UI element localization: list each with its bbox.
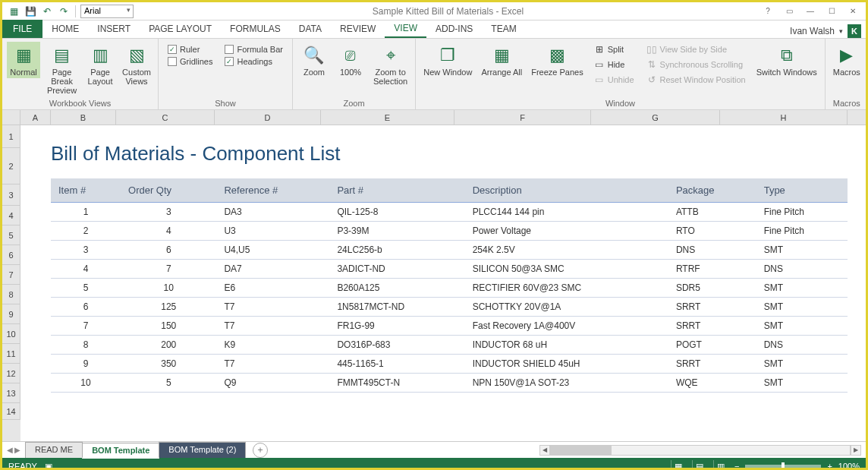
sheet-prev-icon[interactable]: ◀ xyxy=(7,446,13,454)
scroll-track[interactable] xyxy=(550,445,851,456)
table-cell[interactable]: 1 xyxy=(51,203,121,222)
arrange-all-button[interactable]: ▦Arrange All xyxy=(478,42,525,78)
table-row[interactable]: 13DA3QIL-125-8PLCC144 144 pinATTBFine Pi… xyxy=(51,203,848,222)
page-layout-button[interactable]: ▥Page Layout xyxy=(83,42,117,87)
font-name-combo[interactable]: Arial xyxy=(80,5,134,18)
row-header[interactable]: 11 xyxy=(2,344,20,364)
table-cell[interactable]: 254K 2.5V xyxy=(465,241,668,260)
normal-view-button[interactable]: ▦Normal xyxy=(7,42,40,78)
table-cell[interactable]: E6 xyxy=(216,279,329,298)
zoom-100-button[interactable]: ⎚100% xyxy=(334,42,367,78)
table-cell[interactable]: NPN 150V@1A SOT-23 xyxy=(465,374,668,393)
column-header[interactable]: E xyxy=(321,110,454,125)
table-cell[interactable]: DA7 xyxy=(216,260,329,279)
table-cell[interactable]: K9 xyxy=(216,336,329,355)
normal-view-icon[interactable]: ▦ xyxy=(671,460,686,470)
table-cell[interactable]: 125 xyxy=(121,298,216,317)
table-cell[interactable]: SMT xyxy=(756,298,848,317)
row-header[interactable]: 14 xyxy=(2,403,20,420)
row-header[interactable]: 12 xyxy=(2,364,20,383)
table-cell[interactable]: PLCC144 144 pin xyxy=(465,203,668,222)
tab-team[interactable]: TEAM xyxy=(482,20,525,38)
maximize-icon[interactable]: ☐ xyxy=(822,5,841,18)
tab-review[interactable]: REVIEW xyxy=(331,20,385,38)
table-cell[interactable]: Fine Pitch xyxy=(756,203,848,222)
zoom-button[interactable]: 🔍Zoom xyxy=(297,42,331,78)
table-cell[interactable]: SMT xyxy=(756,241,848,260)
tab-view[interactable]: VIEW xyxy=(385,20,426,38)
table-cell[interactable]: SMT xyxy=(756,374,848,393)
row-header[interactable]: 8 xyxy=(2,285,20,304)
table-cell[interactable]: SMT xyxy=(756,317,848,336)
worksheet[interactable]: Bill of Materials - Component List Item … xyxy=(20,125,866,441)
scroll-right-icon[interactable]: ▶ xyxy=(851,445,861,456)
table-cell[interactable]: 200 xyxy=(121,336,216,355)
table-cell[interactable]: SRRT xyxy=(668,355,756,374)
table-cell[interactable]: 350 xyxy=(121,355,216,374)
zoom-out-button[interactable]: − xyxy=(734,462,739,470)
table-cell[interactable]: 5 xyxy=(51,279,121,298)
table-cell[interactable]: FR1G-99 xyxy=(329,317,464,336)
tab-add-ins[interactable]: ADD-INS xyxy=(426,20,482,38)
table-cell[interactable]: 8 xyxy=(51,336,121,355)
tab-home[interactable]: HOME xyxy=(42,20,88,38)
table-cell[interactable]: QIL-125-8 xyxy=(329,203,464,222)
zoom-in-button[interactable]: + xyxy=(827,462,832,470)
table-cell[interactable]: 6 xyxy=(121,241,216,260)
table-cell[interactable]: Fast Recovery 1A@400V xyxy=(465,317,668,336)
row-header[interactable]: 7 xyxy=(2,265,20,285)
row-header[interactable]: 5 xyxy=(2,226,20,245)
formula-bar-checkbox[interactable]: Formula Bar xyxy=(225,45,283,54)
table-cell[interactable]: Power Voltage xyxy=(465,222,668,241)
table-cell[interactable]: 10 xyxy=(51,374,121,393)
table-cell[interactable]: FMMT495CT-N xyxy=(329,374,464,393)
row-header[interactable]: 10 xyxy=(2,324,20,344)
macros-button[interactable]: ▶Macros xyxy=(830,42,863,78)
select-all-corner[interactable] xyxy=(2,110,20,125)
table-cell[interactable]: 6 xyxy=(51,298,121,317)
sheet-next-icon[interactable]: ▶ xyxy=(14,446,20,454)
table-cell[interactable]: DA3 xyxy=(216,203,329,222)
row-header[interactable]: 2 xyxy=(2,148,20,185)
table-cell[interactable]: INDUCTOR SHIELD 45uH xyxy=(465,355,668,374)
table-cell[interactable]: 7 xyxy=(121,260,216,279)
table-row[interactable]: 7150T7FR1G-99Fast Recovery 1A@400VSRRTSM… xyxy=(51,317,848,336)
column-header[interactable]: D xyxy=(215,110,321,125)
table-cell[interactable]: WQE xyxy=(668,374,756,393)
custom-views-button[interactable]: ▧Custom Views xyxy=(120,42,153,87)
table-cell[interactable]: 3 xyxy=(51,241,121,260)
row-header[interactable]: 4 xyxy=(2,206,20,226)
table-row[interactable]: 9350T7445-1165-1INDUCTOR SHIELD 45uHSRRT… xyxy=(51,355,848,374)
table-cell[interactable]: RTO xyxy=(668,222,756,241)
table-row[interactable]: 105Q9FMMT495CT-NNPN 150V@1A SOT-23WQESMT xyxy=(51,374,848,393)
pagebreak-preview-button[interactable]: ▤Page Break Preview xyxy=(43,42,80,96)
new-window-button[interactable]: ❐New Window xyxy=(420,42,475,78)
macro-record-icon[interactable]: ▣ xyxy=(45,462,52,471)
zoom-selection-button[interactable]: ⌖Zoom to Selection xyxy=(370,42,410,87)
ruler-checkbox[interactable]: ✓Ruler xyxy=(168,45,212,54)
table-cell[interactable]: DNS xyxy=(756,336,848,355)
add-sheet-button[interactable]: ＋ xyxy=(253,443,268,458)
tab-page-layout[interactable]: PAGE LAYOUT xyxy=(140,20,221,38)
table-cell[interactable]: DNS xyxy=(668,241,756,260)
sheet-nav[interactable]: ◀▶ xyxy=(2,446,25,454)
column-header[interactable]: G xyxy=(591,110,720,125)
table-cell[interactable]: SILICON 50@3A SMC xyxy=(465,260,668,279)
table-cell[interactable]: 7 xyxy=(51,317,121,336)
table-cell[interactable]: T7 xyxy=(216,298,329,317)
help-icon[interactable]: ? xyxy=(758,5,778,18)
freeze-panes-button[interactable]: ▩Freeze Panes xyxy=(528,42,586,78)
row-header[interactable]: 1 xyxy=(2,125,20,148)
tab-insert[interactable]: INSERT xyxy=(88,20,140,38)
column-header[interactable]: C xyxy=(116,110,215,125)
column-header[interactable]: F xyxy=(454,110,591,125)
table-cell[interactable]: 1N5817MCT-ND xyxy=(329,298,464,317)
row-header[interactable]: 13 xyxy=(2,383,20,403)
table-cell[interactable]: 9 xyxy=(51,355,121,374)
row-header[interactable]: 3 xyxy=(2,185,20,206)
pagebreak-view-icon[interactable]: ▥ xyxy=(713,460,728,470)
table-cell[interactable]: B260A125 xyxy=(329,279,464,298)
column-header[interactable]: B xyxy=(51,110,116,125)
table-row[interactable]: 510E6B260A125RECTIFIER 60V@23 SMCSDR5SMT xyxy=(51,279,848,298)
table-cell[interactable]: 4 xyxy=(51,260,121,279)
